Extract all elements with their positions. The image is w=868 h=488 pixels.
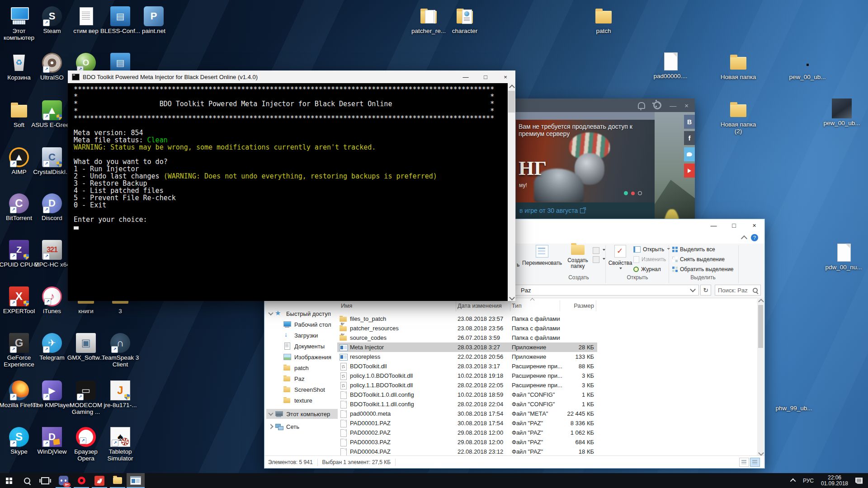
taskbar-button-task-view[interactable]: [36, 473, 54, 488]
console-output[interactable]: ****************************************…: [68, 83, 508, 301]
file-row-pad00000.meta[interactable]: pad00000.meta30.08.2018 17:54Файл "МЕТА"…: [337, 409, 597, 418]
history-button[interactable]: Журнал: [633, 265, 661, 274]
carousel-dot-active[interactable]: [624, 191, 628, 195]
settings-gear-icon[interactable]: [653, 101, 661, 109]
taskbar-button-explorer[interactable]: [108, 473, 127, 488]
desktop-icon-tabletop-simulator[interactable]: ♠↗Tabletop Simulator: [99, 425, 141, 462]
address-dropdown-icon[interactable]: [690, 286, 696, 292]
console-minimize-button[interactable]: —: [456, 70, 476, 83]
file-row-BDOToolkit.1.0.dll.config[interactable]: BDOToolkit.1.0.dll.config10.02.2018 18:5…: [337, 390, 597, 399]
file-row-BDOToolkit.dll[interactable]: BDOToolkit.dll28.03.2018 3:17Расширение …: [337, 361, 597, 371]
sidebar-item-Сеть[interactable]: Сеть: [266, 422, 338, 432]
file-row-PAD00004.PAZ[interactable]: PAD00004.PAZ22.08.2018 23:12Файл "PAZ"18…: [337, 447, 597, 456]
taskbar-button-start[interactable]: [0, 473, 18, 488]
taskbar-button-discord[interactable]: 9+: [54, 473, 72, 488]
explorer-close-button[interactable]: ×: [744, 219, 764, 232]
file-row-BDOToolkit.1.1.dll.config[interactable]: BDOToolkit.1.1.dll.config28.02.2018 22:0…: [337, 399, 597, 409]
carousel-dots[interactable]: [624, 191, 642, 195]
desktop-icon-pew-00-ub-2[interactable]: pew_00_ub...: [821, 97, 863, 127]
column-header-size[interactable]: Размер: [562, 302, 594, 309]
notifications-bell-icon[interactable]: [638, 102, 645, 109]
help-icon[interactable]: ?: [751, 234, 758, 241]
console-scrollbar-thumb[interactable]: [508, 91, 515, 113]
desktop-icon-paint-net[interactable]: Ppaint.net: [133, 5, 175, 34]
file-row-Meta Injector[interactable]: Meta Injector28.03.2018 3:27Приложение28…: [337, 343, 597, 352]
column-header-name[interactable]: Имя: [341, 302, 352, 309]
new-item-button[interactable]: [593, 246, 605, 255]
invert-selection-button[interactable]: Обратить выделение: [672, 265, 734, 274]
desktop-icon-pdw-00-nu[interactable]: pdw_00_nu...: [823, 241, 864, 271]
tray-overflow-icon[interactable]: [790, 479, 796, 484]
sidebar-item-ScreenShot[interactable]: ScreenShot: [266, 385, 347, 394]
taskbar-button-console[interactable]: [127, 473, 145, 488]
launcher-promo-banner[interactable]: Вам не требуется продлевать доступ к пре…: [516, 120, 655, 202]
youtube-icon[interactable]: [684, 164, 695, 178]
desktop-icon-pew-00-ub-1[interactable]: pew_00_ub...: [787, 51, 828, 80]
carousel-dot[interactable]: [638, 191, 642, 195]
desktop-icon-crystaldiskinfo[interactable]: C↗CrystalDiskI...: [31, 145, 73, 175]
file-row-policy.1.1.BDOToolkit.dll[interactable]: policy.1.1.BDOToolkit.dll28.02.2018 22:0…: [337, 380, 597, 390]
chevron-down-icon[interactable]: [268, 310, 273, 315]
vk-icon[interactable]: B: [684, 115, 695, 129]
file-row-resorepless[interactable]: resorepless22.02.2018 20:56Приложение133…: [337, 352, 597, 361]
sidebar-item-Изображения[interactable]: Изображения: [266, 352, 347, 362]
chevron-right-icon[interactable]: [268, 424, 273, 429]
explorer-maximize-button[interactable]: □: [724, 219, 744, 232]
scrollbar-thumb[interactable]: [758, 305, 763, 348]
easy-access-button[interactable]: [593, 255, 605, 264]
sidebar-item-Рабочий стол[interactable]: Рабочий стол: [266, 319, 347, 329]
twitter-icon[interactable]: [684, 147, 695, 161]
sidebar-item-texture[interactable]: texture: [266, 395, 347, 405]
file-row-source_codes[interactable]: source_codes26.07.2018 3:59Папка с файла…: [337, 333, 597, 343]
desktop-icon-patcher-resources[interactable]: patcher_re...: [408, 5, 449, 34]
edit-button[interactable]: Изменить: [633, 255, 666, 264]
file-row-files_to_patch[interactable]: files_to_patch23.08.2018 23:57Папка с фа…: [337, 314, 597, 324]
open-button[interactable]: Открыть: [633, 245, 670, 254]
launcher-minimize-button[interactable]: —: [670, 102, 676, 109]
desktop-icon-teamspeak[interactable]: ∩↗TeamSpeak 3 Client: [99, 331, 141, 368]
clock[interactable]: 22:0601.09.2018: [821, 475, 848, 487]
sidebar-item-Загрузки[interactable]: Загрузки: [266, 330, 347, 340]
desktop-icon-phw-99-ub[interactable]: phw_99_ub...: [773, 382, 815, 412]
language-indicator[interactable]: РУС: [803, 478, 814, 484]
file-row-patcher_resources[interactable]: patcher_resources23.08.2018 23:56Папка с…: [337, 324, 597, 333]
facebook-icon[interactable]: f: [684, 131, 695, 145]
launcher-close-button[interactable]: ×: [684, 102, 689, 109]
column-header-type[interactable]: Тип: [512, 302, 522, 309]
desktop-icon-jre[interactable]: Jjre-8u171-...: [99, 379, 141, 408]
console-scrollbar[interactable]: [508, 83, 515, 301]
console-maximize-button[interactable]: □: [476, 70, 495, 83]
explorer-minimize-button[interactable]: —: [703, 219, 724, 232]
select-all-button[interactable]: Выделить все: [672, 245, 715, 254]
sidebar-item-Быстрый доступ[interactable]: Быстрый доступ: [266, 309, 338, 319]
news-link[interactable]: в игре от 30 августа: [519, 207, 578, 214]
sidebar-item-patch[interactable]: patch: [266, 363, 347, 373]
desktop-icon-new-folder-2[interactable]: Новая папка (2): [717, 98, 759, 135]
desktop-icon-asus-e-green[interactable]: ▲↗ASUS E-Green: [31, 99, 73, 128]
taskbar-button-opera[interactable]: [72, 473, 90, 488]
desktop-icon-character[interactable]: character: [444, 5, 486, 34]
desktop-icon-mpc-hc[interactable]: 321↗MPC-HC x64: [31, 238, 73, 268]
desktop-icon-pad00000[interactable]: pad00000....: [650, 50, 691, 80]
carousel-dot[interactable]: [631, 192, 635, 195]
desktop-icon-patch[interactable]: patch: [583, 5, 624, 34]
desktop-icon-new-folder[interactable]: Новая папка: [717, 51, 759, 80]
file-row-PAD00003.PAZ[interactable]: PAD00003.PAZ29.08.2018 12:00Файл "PAZ"68…: [337, 437, 597, 447]
search-input[interactable]: Поиск: Paz: [715, 285, 761, 296]
explorer-scrollbar[interactable]: [757, 298, 764, 456]
taskbar-button-search[interactable]: [18, 473, 36, 488]
select-none-button[interactable]: Снять выделение: [672, 255, 725, 264]
file-row-PAD00002.PAZ[interactable]: PAD00002.PAZ29.08.2018 12:00Файл "PAZ"1 …: [337, 428, 597, 437]
sidebar-item-Документы[interactable]: Документы: [266, 341, 347, 351]
console-titlebar[interactable]: BDO Toolkit Powered Meta Injector for Bl…: [68, 70, 515, 83]
refresh-button[interactable]: ↻: [700, 285, 711, 296]
large-icons-view-button[interactable]: [750, 458, 760, 467]
chevron-down-icon[interactable]: [268, 411, 273, 416]
sidebar-item-Paz[interactable]: Paz: [266, 374, 347, 384]
file-row-PAD00001.PAZ[interactable]: PAD00001.PAZ30.08.2018 17:54Файл "PAZ"8 …: [337, 418, 597, 428]
console-close-button[interactable]: ×: [495, 70, 515, 83]
action-center-icon[interactable]: [855, 478, 863, 484]
cut-button-fragment[interactable]: ь: [517, 262, 519, 268]
column-header-date[interactable]: Дата изменения: [458, 302, 502, 309]
taskbar-button-black-desert[interactable]: [90, 473, 108, 488]
